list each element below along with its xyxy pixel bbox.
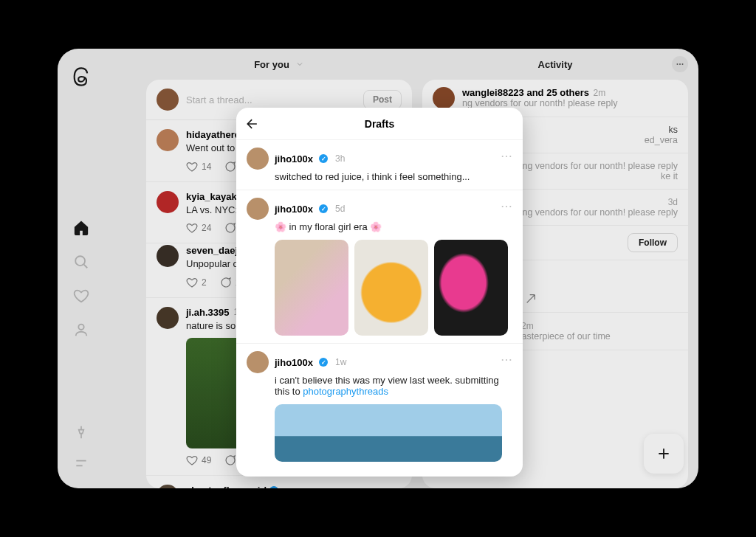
more-icon[interactable]: ⋯ bbox=[501, 353, 512, 367]
verified-icon bbox=[319, 204, 328, 213]
draft-text: 🌸 in my floral girl era 🌸 bbox=[275, 221, 512, 232]
drafts-modal: Drafts jiho100x 3h ⋯ switched to red jui… bbox=[236, 108, 523, 477]
avatar bbox=[247, 351, 269, 373]
draft-media-landscape[interactable] bbox=[275, 404, 502, 462]
draft-time: 3h bbox=[335, 153, 345, 164]
draft-media-thumb[interactable] bbox=[275, 240, 348, 336]
username: jiho100x bbox=[275, 204, 313, 215]
draft-media-thumb[interactable] bbox=[434, 240, 508, 336]
draft-media-thumb[interactable] bbox=[354, 240, 428, 336]
draft-item[interactable]: jiho100x 3h ⋯ switched to red juice, i t… bbox=[236, 140, 523, 190]
avatar bbox=[247, 198, 269, 220]
draft-time: 1w bbox=[335, 357, 346, 367]
more-icon[interactable]: ⋯ bbox=[501, 199, 512, 213]
back-button[interactable] bbox=[244, 115, 261, 133]
avatar bbox=[247, 148, 269, 170]
username: jiho100x bbox=[275, 153, 313, 164]
username: jiho100x bbox=[275, 357, 313, 368]
more-icon[interactable]: ⋯ bbox=[501, 149, 512, 163]
modal-header: Drafts bbox=[236, 108, 523, 140]
draft-time: 5d bbox=[335, 204, 345, 214]
draft-item[interactable]: jiho100x 1w ⋯ i can't believe this was m… bbox=[236, 344, 523, 469]
hashtag-link[interactable]: photographythreads bbox=[303, 386, 388, 397]
modal-title: Drafts bbox=[365, 118, 394, 130]
app-window: For you Start a thread... Post hidayathe… bbox=[58, 49, 698, 488]
draft-text: switched to red juice, i think i feel so… bbox=[275, 171, 512, 182]
draft-text: i can't believe this was my view last we… bbox=[275, 375, 512, 397]
verified-icon bbox=[319, 154, 328, 163]
verified-icon bbox=[319, 358, 328, 367]
draft-item[interactable]: jiho100x 5d ⋯ 🌸 in my floral girl era 🌸 bbox=[236, 190, 523, 344]
